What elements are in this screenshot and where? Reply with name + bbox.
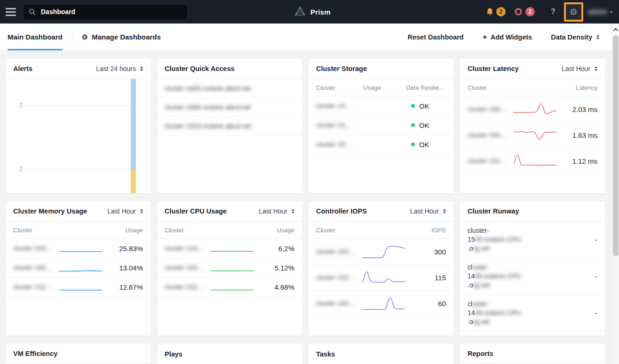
memory-row[interactable]: cluster-160... 13.04% [6,258,151,277]
cpu-row[interactable]: cluster-144... 6.2% [157,239,302,258]
tab-main-dashboard[interactable]: Main Dashboard [8,24,63,50]
iops-row[interactable]: cluster-160... 300 [309,239,453,265]
widget-cluster-latency: Cluster Latency Last Hour Cluster Latenc… [460,59,605,193]
health-alert-count-badge[interactable]: 2 [525,7,535,16]
health-ring-icon[interactable] [514,8,523,16]
prism-logo-icon [294,6,306,18]
tab-manage-dashboards[interactable]: ⚙ Manage Dashboards [82,24,161,50]
latency-row[interactable]: cluster-160... 1.63 ms [460,122,605,148]
iops-row[interactable]: cluster-152... 115 [309,265,453,291]
cluster-name-redacted: cluster-160... [13,264,58,271]
scroll-up-button[interactable] [612,24,619,35]
data-density-control[interactable]: Data Density [551,33,599,41]
plus-icon: + [483,32,487,42]
col-usage: Usage [363,84,406,91]
search-input[interactable] [40,8,162,16]
runway-row[interactable]: cluster- 1445.nutanix CPU .org.net - [460,258,605,295]
col-usage: Usage [277,227,294,234]
storage-row[interactable]: cluster-15... OK [309,96,453,116]
vm-efficiency-title: VM Efficiency [13,350,57,357]
widget-vm-efficiency: VM Efficiency [6,344,151,364]
help-icon[interactable]: ? [549,8,557,16]
memory-row[interactable]: cluster-152... 12.67% [6,277,151,297]
alerts-range-label: Last 24 hours [96,65,136,72]
iops-value: 115 [406,274,446,282]
memory-title: Cluster Memory Usage [13,207,87,215]
storage-row[interactable]: cluster-15... OK [309,135,453,154]
memory-range-selector[interactable]: Last Hour [107,207,143,215]
cluster-link-redacted: cluster-1605.nutanix.abcd.net [165,85,251,92]
cluster-link-redacted: cluster-1606.nutanix.abcd.net [165,103,251,111]
tasks-title: Tasks [316,350,335,358]
add-widgets-button[interactable]: + Add Widgets [483,32,532,42]
iops-range-label: Last Hour [410,207,439,215]
latency-value: 1.63 ms [557,131,597,139]
latency-value: 1.12 ms [557,157,597,165]
quick-access-link[interactable]: cluster-1605.nutanix.abcd.net [157,79,302,98]
alerts-title: Alerts [13,65,32,72]
alerts-gridline-1 [24,169,138,169]
gear-icon: ⚙ [570,8,578,16]
cpu-row[interactable]: cluster-152... 4.68% [157,277,302,297]
widget-cluster-runway: Cluster Runway cluster- 1505.nutanix CPU… [460,201,605,336]
runway-row[interactable]: cluster- 1505.nutanix CPU .org.net - [460,222,605,258]
col-cluster: Cluster [165,227,184,234]
cluster-name-redacted: cluster-160... [316,248,361,255]
caret-updown-icon [140,209,143,214]
cpu-row[interactable]: cluster-160... 5.12% [157,258,302,277]
caret-updown-icon [443,209,446,214]
col-usage: Usage [125,227,143,234]
cluster-link-redacted: cluster-1523.nutanix.abcd.net [165,122,251,130]
notification-count-badge[interactable]: 2 [496,7,506,16]
user-menu[interactable]: admin ▾ [588,8,612,16]
ok-status-dot [411,123,415,127]
reset-dashboard-button[interactable]: Reset Dashboard [407,33,463,41]
alerts-range-selector[interactable]: Last 24 hours [96,65,143,72]
alerts-ytick-1: 1 [15,165,23,172]
brand-label: Prism [310,8,331,16]
add-widgets-label: Add Widgets [491,33,532,41]
cpu-sparkline [210,268,254,274]
dashboard-toolbar: Main Dashboard ⚙ Manage Dashboards Reset… [0,24,619,50]
global-search[interactable] [24,5,187,19]
latency-sparkline [513,127,557,143]
latency-value: 2.03 ms [557,105,597,113]
scrollbar-thumb[interactable] [613,35,619,256]
cluster-name-redacted: cluster-152... [165,283,210,291]
alerts-bar-warning-segment[interactable] [131,169,136,193]
col-cluster: Cluster [468,84,487,91]
cluster-name-partially-redacted: cluster- 1445.nutanix CPU .org.net [468,263,521,290]
memory-row[interactable]: cluster-160... 25.83% [6,239,151,258]
quick-access-link[interactable]: cluster-1606.nutanix.abcd.net [157,98,302,117]
bell-icon[interactable] [486,8,494,16]
quick-access-title: Cluster Quick Access [165,65,235,72]
cluster-name-redacted: cluster-152... [468,157,513,165]
storage-row[interactable]: cluster-15... OK [309,116,453,135]
tab-manage-dashboards-label: Manage Dashboards [92,33,161,41]
iops-row[interactable]: cluster-160... 60 [309,291,453,317]
runway-row[interactable]: cluster- 1446.nutanix CPU .org.net - [460,295,605,332]
caret-updown-icon [292,209,294,214]
widget-tasks: Tasks [309,344,453,364]
iops-range-selector[interactable]: Last Hour [410,207,446,215]
cluster-name-redacted: cluster-160... [316,300,361,307]
latency-row[interactable]: cluster-152... 1.12 ms [460,148,605,174]
iops-title: Controller IOPS [316,207,367,215]
ok-status-dot [411,104,415,108]
quick-access-link[interactable]: cluster-1523.nutanix.abcd.net [157,117,302,135]
cpu-value: 4.68% [254,283,294,291]
cpu-range-selector[interactable]: Last Hour [259,207,294,215]
chevron-up-icon [613,28,618,31]
settings-gear-button-focused[interactable]: ⚙ [564,2,583,22]
alerts-bar-chart: 2 1 [6,79,151,193]
cpu-value: 6.2% [254,245,294,253]
latency-row[interactable]: cluster-160... 2.03 ms [460,96,605,122]
widget-cluster-storage: Cluster Storage Cluster Usage Data Resil… [309,59,453,193]
vertical-scrollbar[interactable] [611,24,619,364]
iops-sparkline [361,242,406,261]
cpu-range-label: Last Hour [259,207,287,215]
cluster-name-partially-redacted: cluster- 1505.nutanix CPU .org.net [468,226,521,253]
latency-range-selector[interactable]: Last Hour [562,65,597,72]
hamburger-menu-icon[interactable] [6,6,16,18]
alerts-bar-info-segment[interactable] [131,79,136,169]
